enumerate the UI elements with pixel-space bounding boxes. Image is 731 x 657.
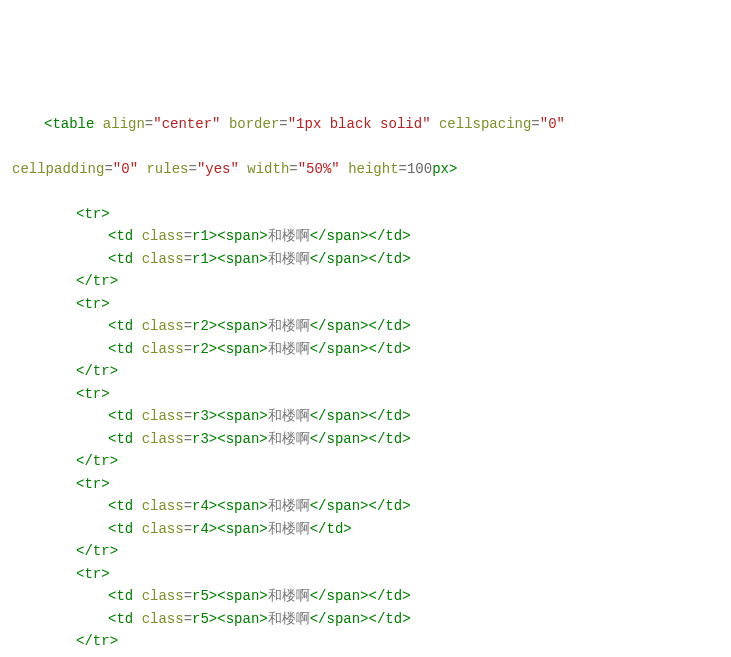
tag-close-bracket: > bbox=[360, 251, 368, 267]
tag-close: </ bbox=[76, 453, 93, 469]
tag-close: </ bbox=[310, 521, 327, 537]
tag-name: td bbox=[116, 228, 133, 244]
attr-value: "1px black solid" bbox=[288, 116, 431, 132]
attr-name: class bbox=[142, 251, 184, 267]
attr-name: class bbox=[142, 341, 184, 357]
code-line: cellpadding="0" rules="yes" width="50%" … bbox=[0, 158, 731, 181]
tag-name: td bbox=[385, 431, 402, 447]
equals-sign: = bbox=[184, 498, 192, 514]
number-value: 100 bbox=[407, 161, 432, 177]
tag-close: </ bbox=[76, 363, 93, 379]
text-content: 和楼啊 bbox=[268, 498, 310, 514]
tag-name: tr bbox=[84, 206, 101, 222]
code-line: </tr> bbox=[0, 270, 731, 293]
code-line: <td class=r3><span>和楼啊</span></td> bbox=[0, 405, 731, 428]
attr-name: width bbox=[247, 161, 289, 177]
tag-close-bracket: > bbox=[259, 408, 267, 424]
tag-close-bracket: > bbox=[110, 543, 118, 559]
code-line: <td class=r1><span>和楼啊</span></td> bbox=[0, 225, 731, 248]
tag-close: </ bbox=[76, 543, 93, 559]
tag-close-bracket: > bbox=[360, 611, 368, 627]
attr-value-unquoted: r2 bbox=[192, 341, 209, 357]
tag-close-bracket: > bbox=[209, 521, 217, 537]
tag-close-bracket: > bbox=[360, 341, 368, 357]
tag-close: </ bbox=[310, 251, 327, 267]
attr-value: "0" bbox=[540, 116, 565, 132]
tag-close-bracket: > bbox=[402, 431, 410, 447]
tag-name: span bbox=[226, 498, 260, 514]
tag-close-bracket: > bbox=[259, 588, 267, 604]
tag-name: span bbox=[327, 498, 361, 514]
tag-close-bracket: > bbox=[101, 566, 109, 582]
tag-name: tr bbox=[93, 273, 110, 289]
attr-name: border bbox=[229, 116, 279, 132]
tag-open-bracket: < bbox=[217, 228, 225, 244]
tag-close: </ bbox=[369, 251, 386, 267]
tag-close-bracket: > bbox=[209, 251, 217, 267]
tag-close: </ bbox=[76, 633, 93, 649]
code-line: </tr> bbox=[0, 540, 731, 563]
equals-sign: = bbox=[145, 116, 153, 132]
tag-name: td bbox=[116, 251, 133, 267]
tag-name: span bbox=[327, 431, 361, 447]
attr-value-unquoted: r1 bbox=[192, 228, 209, 244]
tag-name: tr bbox=[84, 476, 101, 492]
text-content: 和楼啊 bbox=[268, 431, 310, 447]
tag-open-bracket: < bbox=[217, 408, 225, 424]
tag-name: td bbox=[116, 341, 133, 357]
equals-sign: = bbox=[184, 251, 192, 267]
tag-name: tr bbox=[84, 296, 101, 312]
tag-close: </ bbox=[310, 341, 327, 357]
tag-close-bracket: > bbox=[209, 611, 217, 627]
tag-close: </ bbox=[310, 611, 327, 627]
equals-sign: = bbox=[184, 318, 192, 334]
equals-sign: = bbox=[104, 161, 112, 177]
code-line: </tr> bbox=[0, 360, 731, 383]
tag-close: </ bbox=[310, 228, 327, 244]
code-line: <td class=r1><span>和楼啊</span></td> bbox=[0, 248, 731, 271]
tag-close: </ bbox=[369, 588, 386, 604]
code-line: <tr> bbox=[0, 383, 731, 406]
tag-name: td bbox=[385, 588, 402, 604]
attr-value-unquoted: r5 bbox=[192, 588, 209, 604]
tag-name: tr bbox=[93, 543, 110, 559]
attr-name: class bbox=[142, 611, 184, 627]
tag-name: span bbox=[226, 588, 260, 604]
attr-value: "0" bbox=[113, 161, 138, 177]
tag-name: td bbox=[385, 228, 402, 244]
tag-close-bracket: > bbox=[402, 498, 410, 514]
tag-open-bracket: < bbox=[217, 611, 225, 627]
tag-close: </ bbox=[369, 341, 386, 357]
tag-name: span bbox=[226, 611, 260, 627]
tag-open-bracket: < bbox=[217, 318, 225, 334]
tag-close-bracket: > bbox=[259, 521, 267, 537]
tag-close: </ bbox=[310, 408, 327, 424]
code-line: <td class=r5><span>和楼啊</span></td> bbox=[0, 608, 731, 631]
tag-open-bracket: < bbox=[217, 498, 225, 514]
attr-name: class bbox=[142, 521, 184, 537]
equals-sign: = bbox=[184, 521, 192, 537]
code-line: <tr> bbox=[0, 473, 731, 496]
tag-close: </ bbox=[369, 431, 386, 447]
text-content: 和楼啊 bbox=[268, 318, 310, 334]
tag-name: span bbox=[327, 251, 361, 267]
tag-close-bracket: > bbox=[209, 408, 217, 424]
equals-sign: = bbox=[399, 161, 407, 177]
tag-close-bracket: > bbox=[343, 521, 351, 537]
tag-open-bracket: < bbox=[217, 431, 225, 447]
attr-name: height bbox=[348, 161, 398, 177]
tag-close-bracket: > bbox=[209, 228, 217, 244]
tag-close-bracket: > bbox=[402, 611, 410, 627]
tag-close-bracket: > bbox=[360, 228, 368, 244]
tag-close-bracket: > bbox=[360, 588, 368, 604]
code-line: <td class=r4><span>和楼啊</span></td> bbox=[0, 495, 731, 518]
tag-close: </ bbox=[369, 408, 386, 424]
tag-close-bracket: > bbox=[259, 498, 267, 514]
tag-close-bracket: > bbox=[402, 341, 410, 357]
equals-sign: = bbox=[188, 161, 196, 177]
tag-name: td bbox=[385, 611, 402, 627]
tag-name: tr bbox=[93, 363, 110, 379]
attr-name: cellspacing bbox=[439, 116, 531, 132]
attr-value-unquoted: r4 bbox=[192, 498, 209, 514]
equals-sign: = bbox=[184, 611, 192, 627]
